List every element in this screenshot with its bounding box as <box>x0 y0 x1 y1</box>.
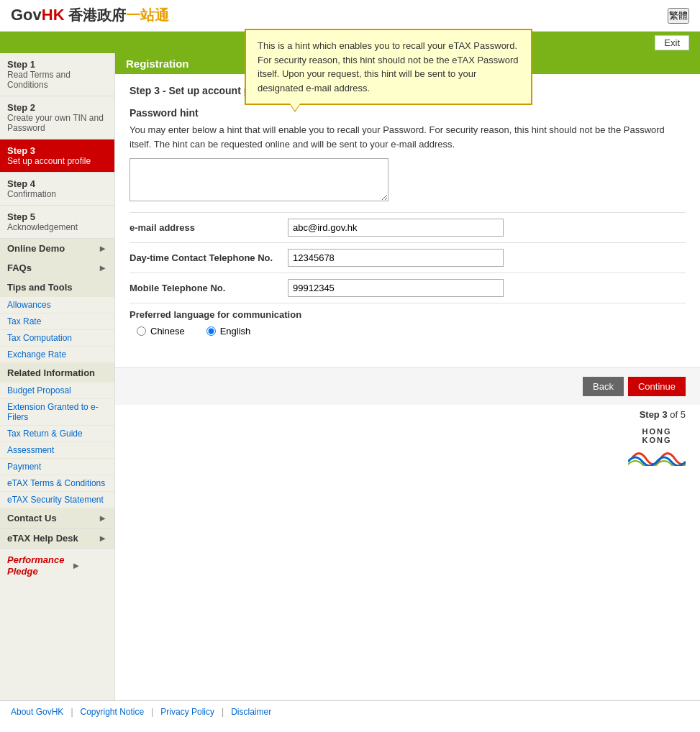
contact-us-item[interactable]: Contact Us ► <box>0 508 114 529</box>
email-row: e-mail address <box>129 212 686 242</box>
logo-dash: 一站通 <box>126 7 169 23</box>
step1-desc: Read Terms and Conditions <box>7 70 107 90</box>
tooltip-text: This is a hint which enables you to reca… <box>258 40 519 93</box>
language-english-radio[interactable] <box>206 326 216 336</box>
step3-num: Step 3 <box>7 145 107 156</box>
etax-help-desk-item[interactable]: eTAX Help Desk ► <box>0 529 114 549</box>
sidebar-step-1[interactable]: Step 1 Read Terms and Conditions <box>0 53 114 96</box>
step5-num: Step 5 <box>7 211 107 222</box>
lang-button[interactable]: 繁體 <box>668 8 689 24</box>
step3-desc: Set up account profile <box>7 156 107 166</box>
tips-tools-label: Tips and Tools <box>7 282 73 293</box>
tax-rate-anchor[interactable]: Tax Rate <box>7 316 107 326</box>
exchange-rate-anchor[interactable]: Exchange Rate <box>7 349 107 360</box>
budget-proposal-link[interactable]: Budget Proposal <box>0 383 114 399</box>
email-label: e-mail address <box>129 222 288 233</box>
tax-return-link[interactable]: Tax Return & Guide <box>0 426 114 442</box>
footer-sep3: | <box>222 707 224 717</box>
language-options: Chinese English <box>129 326 686 337</box>
continue-button[interactable]: Continue <box>628 377 686 396</box>
tips-tools-header: Tips and Tools <box>0 278 114 297</box>
sidebar-step-2[interactable]: Step 2 Create your own TIN and Password <box>0 96 114 139</box>
language-english-option[interactable]: English <box>206 326 251 337</box>
step5-desc: Acknowledgement <box>7 222 107 232</box>
password-hint-section: Password hint You may enter below a hint… <box>129 107 686 201</box>
etax-help-desk-label: eTAX Help Desk <box>7 533 78 544</box>
assessment-anchor[interactable]: Assessment <box>7 445 107 455</box>
online-demo-header[interactable]: Online Demo ► <box>0 239 114 258</box>
main-content: Registration Step 3 - Set up account pro… <box>115 53 700 700</box>
hk-logo: HONGKONG <box>628 427 686 466</box>
online-demo-label: Online Demo <box>7 243 65 254</box>
language-chinese-option[interactable]: Chinese <box>137 326 185 337</box>
step2-num: Step 2 <box>7 102 107 113</box>
mobile-phone-input[interactable] <box>288 279 504 297</box>
form-fields: e-mail address Day-time Contact Telephon… <box>129 212 686 342</box>
etax-security-link[interactable]: eTAX Security Statement <box>0 492 114 508</box>
hk-waves-icon <box>628 444 686 466</box>
budget-proposal-anchor[interactable]: Budget Proposal <box>7 385 107 395</box>
tax-rate-link[interactable]: Tax Rate <box>0 314 114 330</box>
extension-link[interactable]: Extension Granted to e-Filers <box>0 399 114 426</box>
footer-copyright[interactable]: Copyright Notice <box>81 707 145 717</box>
exit-button[interactable]: Exit <box>655 35 689 50</box>
step2-desc: Create your own TIN and Password <box>7 113 107 133</box>
step4-num: Step 4 <box>7 178 107 189</box>
tax-return-anchor[interactable]: Tax Return & Guide <box>7 429 107 439</box>
buttons-row: Back Continue <box>115 367 700 405</box>
etax-terms-anchor[interactable]: eTAX Terms & Conditions <box>7 478 107 488</box>
faqs-label: FAQs <box>7 262 32 273</box>
footer-about[interactable]: About GovHK <box>11 707 63 717</box>
content-area: Step 3 - Set up account profile Password… <box>115 74 700 353</box>
footer-disclaimer[interactable]: Disclaimer <box>231 707 271 717</box>
sidebar-step-5[interactable]: Step 5 Acknowledgement <box>0 206 114 239</box>
sidebar: Step 1 Read Terms and Conditions Step 2 … <box>0 53 115 700</box>
step-indicator-text: Step 3 of 5 <box>640 409 686 420</box>
performance-pledge-item[interactable]: PerformancePledge ► <box>0 549 114 582</box>
faqs-arrow: ► <box>98 262 107 273</box>
assessment-link[interactable]: Assessment <box>0 442 114 459</box>
sidebar-step-3[interactable]: Step 3 Set up account profile <box>0 139 114 173</box>
payment-anchor[interactable]: Payment <box>7 462 107 472</box>
mobile-phone-row: Mobile Telephone No. <box>129 273 686 303</box>
contact-us-label: Contact Us <box>7 513 57 523</box>
exchange-rate-link[interactable]: Exchange Rate <box>0 347 114 363</box>
sidebar-step-4[interactable]: Step 4 Confirmation <box>0 173 114 206</box>
related-info-header: Related Information <box>0 363 114 383</box>
tooltip-box: This is a hint which enables you to reca… <box>245 29 532 105</box>
logo-gov: Gov <box>11 6 42 24</box>
allowances-anchor[interactable]: Allowances <box>7 300 107 310</box>
performance-pledge-text: PerformancePledge <box>7 554 64 577</box>
language-section: Preferred language for communication Chi… <box>129 303 686 342</box>
etax-security-anchor[interactable]: eTAX Security Statement <box>7 495 107 505</box>
extension-anchor[interactable]: Extension Granted to e-Filers <box>7 402 107 422</box>
tax-computation-link[interactable]: Tax Computation <box>0 330 114 347</box>
allowances-link[interactable]: Allowances <box>0 297 114 314</box>
etax-terms-link[interactable]: eTAX Terms & Conditions <box>0 475 114 492</box>
faqs-header[interactable]: FAQs ► <box>0 258 114 278</box>
payment-link[interactable]: Payment <box>0 459 114 475</box>
step4-desc: Confirmation <box>7 189 107 199</box>
logo-chinese: 香港政府 <box>65 7 127 23</box>
language-chinese-radio[interactable] <box>137 326 146 336</box>
online-demo-arrow: ► <box>98 243 107 254</box>
back-button[interactable]: Back <box>583 377 624 396</box>
email-input[interactable] <box>288 219 504 237</box>
logo-hk: HK <box>42 6 65 24</box>
day-phone-input[interactable] <box>288 249 504 267</box>
step-indicator: Step 3 of 5 <box>115 409 700 420</box>
day-phone-row: Day-time Contact Telephone No. <box>129 242 686 273</box>
password-hint-title: Password hint <box>129 107 686 119</box>
footer-sep2: | <box>151 707 153 717</box>
password-hint-input[interactable] <box>129 158 388 201</box>
language-chinese-label: Chinese <box>150 326 185 337</box>
hk-logo-text: HONGKONG <box>628 427 686 444</box>
footer-privacy[interactable]: Privacy Policy <box>160 707 214 717</box>
step1-num: Step 1 <box>7 59 107 70</box>
day-phone-label: Day-time Contact Telephone No. <box>129 252 288 263</box>
tax-computation-anchor[interactable]: Tax Computation <box>7 333 107 343</box>
related-info-label: Related Information <box>7 367 95 378</box>
footer: About GovHK | Copyright Notice | Privacy… <box>0 700 700 723</box>
performance-pledge-arrow: ► <box>71 560 81 571</box>
hk-logo-area: HONGKONG <box>115 420 700 473</box>
